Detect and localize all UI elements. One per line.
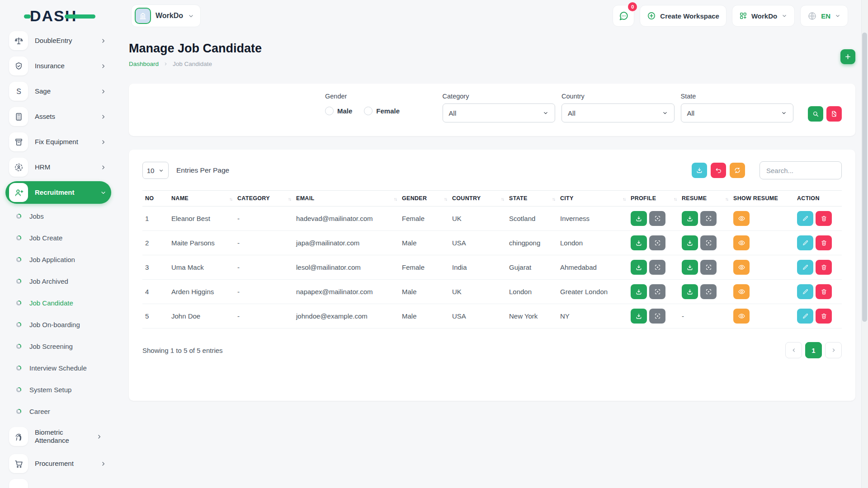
page-title: Manage Job Candidate (129, 42, 855, 56)
show-resume-button[interactable] (733, 309, 750, 324)
show-resume-button[interactable] (733, 211, 750, 226)
sidebar-item-assets[interactable]: Assets (5, 104, 111, 129)
resume-view-button[interactable] (700, 235, 717, 250)
edit-button[interactable] (797, 235, 813, 250)
delete-button[interactable] (816, 309, 832, 324)
reset-filter-button[interactable] (826, 106, 842, 122)
delete-button[interactable] (816, 284, 832, 299)
sort-icon[interactable]: ↑↓ (444, 197, 447, 202)
download-icon (635, 239, 642, 247)
sidebar-item-job-create[interactable]: Job Create (5, 227, 111, 249)
profile-download-button[interactable] (631, 309, 647, 324)
edit-button[interactable] (797, 284, 813, 299)
sidebar-item-recruitment[interactable]: Recruitment (5, 181, 111, 204)
profile-download-button[interactable] (631, 235, 647, 250)
sort-icon[interactable]: ↑↓ (623, 197, 625, 202)
profile-download-button[interactable] (631, 211, 647, 226)
pagination-page-1-button[interactable]: 1 (805, 342, 822, 358)
sort-icon[interactable]: ↑↓ (288, 197, 291, 202)
scan-frame-icon (654, 264, 661, 271)
undo-button[interactable] (711, 163, 726, 178)
workdo-menu-button[interactable]: WorkDo (732, 5, 795, 27)
chevron-right-icon (100, 139, 107, 145)
resume-download-button[interactable] (682, 235, 698, 250)
pencil-icon (802, 288, 809, 295)
workspace-selector[interactable]: WorkDo (131, 5, 201, 27)
chevron-right-icon (100, 88, 107, 95)
delete-button[interactable] (816, 211, 832, 226)
col-name: NAME↑↓ (169, 191, 235, 206)
messages-button[interactable]: 0 (613, 5, 634, 27)
language-selector[interactable]: EN (800, 5, 848, 27)
profile-view-button[interactable] (649, 235, 665, 250)
sidebar-item-job-onboarding[interactable]: Job On-boarding (5, 314, 111, 335)
sidebar-item-job-candidate[interactable]: Job Candidate (5, 292, 111, 314)
resume-download-button[interactable] (682, 284, 698, 299)
profile-view-button[interactable] (649, 211, 665, 226)
show-resume-button[interactable] (733, 235, 750, 250)
sidebar-item-job-application[interactable]: Job Application (5, 249, 111, 270)
sort-icon[interactable]: ↑↓ (229, 197, 232, 202)
sidebar-item-system-setup[interactable]: System Setup (5, 379, 111, 400)
sidebar: DoubleEntry Insurance Sage Assets Fix Eq… (5, 28, 111, 488)
add-candidate-button[interactable] (840, 49, 855, 64)
sort-icon[interactable]: ↑↓ (674, 197, 676, 202)
table-toolbar: 10 Entries Per Page (142, 161, 842, 179)
state-select[interactable]: All (681, 103, 793, 122)
edit-button[interactable] (797, 211, 813, 226)
resume-view-button[interactable] (700, 260, 717, 275)
col-show-resume: SHOW RESUME (731, 191, 794, 206)
profile-download-button[interactable] (631, 260, 647, 275)
sidebar-item-partial[interactable] (9, 479, 28, 488)
apply-filter-button[interactable] (808, 106, 823, 122)
pagination-next-button[interactable] (825, 342, 842, 358)
export-button[interactable] (692, 163, 707, 178)
workspace-name: WorkDo (156, 12, 183, 20)
sidebar-item-sage[interactable]: Sage (5, 79, 111, 104)
refresh-button[interactable] (730, 163, 745, 178)
male-radio[interactable] (325, 107, 334, 115)
gender-female-option[interactable]: Female (364, 107, 400, 115)
sort-icon[interactable]: ↑↓ (552, 197, 555, 202)
breadcrumb-dashboard-link[interactable]: Dashboard (129, 61, 159, 67)
delete-button[interactable] (816, 260, 832, 275)
edit-button[interactable] (797, 309, 813, 324)
sidebar-item-procurement[interactable]: Procurement (5, 451, 111, 476)
resume-view-button[interactable] (700, 211, 717, 226)
show-resume-button[interactable] (733, 260, 750, 275)
sort-icon[interactable]: ↑↓ (501, 197, 504, 202)
profile-view-button[interactable] (649, 260, 665, 275)
resume-download-button[interactable] (682, 211, 698, 226)
country-select[interactable]: All (561, 103, 674, 122)
sidebar-item-job-screening[interactable]: Job Screening (5, 335, 111, 357)
delete-button[interactable] (816, 235, 832, 250)
sidebar-item-doubleentry[interactable]: DoubleEntry (5, 28, 111, 53)
table-search-input[interactable] (760, 161, 842, 179)
scrollbar-track[interactable] (861, 0, 868, 488)
scrollbar-thumb[interactable] (862, 33, 867, 322)
sidebar-item-hrm[interactable]: HRM (5, 155, 111, 180)
sidebar-item-job-archived[interactable]: Job Archived (5, 270, 111, 292)
edit-button[interactable] (797, 260, 813, 275)
profile-view-button[interactable] (649, 309, 665, 324)
resume-download-button[interactable] (682, 260, 698, 275)
sort-icon[interactable]: ↑↓ (394, 197, 396, 202)
sidebar-item-insurance[interactable]: Insurance (5, 53, 111, 79)
chevron-down-icon (781, 13, 788, 19)
female-radio[interactable] (364, 107, 373, 115)
profile-view-button[interactable] (649, 284, 665, 299)
entries-per-page-select[interactable]: 10 (142, 162, 169, 179)
category-select[interactable]: All (443, 103, 555, 122)
profile-download-button[interactable] (631, 284, 647, 299)
sidebar-item-interview-schedule[interactable]: Interview Schedule (5, 357, 111, 379)
gender-male-option[interactable]: Male (325, 107, 352, 115)
create-workspace-button[interactable]: Create Workspace (640, 5, 726, 27)
show-resume-button[interactable] (733, 284, 750, 299)
resume-view-button[interactable] (700, 284, 717, 299)
sort-icon[interactable]: ↑↓ (725, 197, 728, 202)
sidebar-item-fix-equipment[interactable]: Fix Equipment (5, 129, 111, 155)
sidebar-item-biometric-attendance[interactable]: Biometric Attendance (5, 422, 111, 451)
pagination-prev-button[interactable] (785, 342, 802, 358)
sidebar-item-career[interactable]: Career (5, 400, 111, 422)
sidebar-item-jobs[interactable]: Jobs (5, 205, 111, 227)
